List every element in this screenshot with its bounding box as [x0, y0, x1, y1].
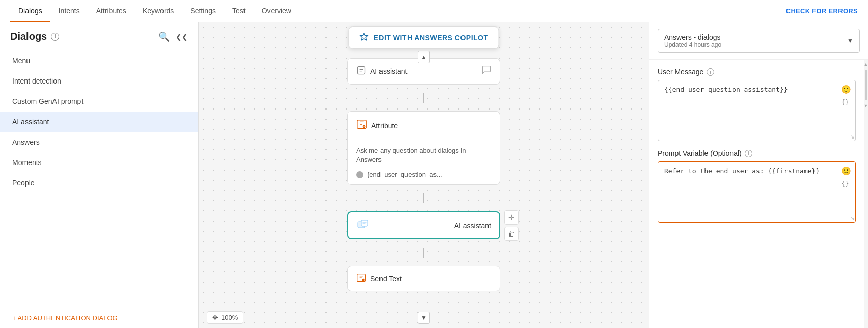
svg-marker-0 — [360, 33, 368, 40]
prompt-variable-label: Prompt Variable (Optional) — [658, 149, 742, 157]
scrollbar-thumb[interactable] — [865, 70, 867, 100]
sidebar-item-menu[interactable]: Menu — [0, 50, 198, 71]
sidebar-item-answers[interactable]: Answers — [0, 132, 198, 152]
scrollbar-down-arrow[interactable]: ▼ — [863, 102, 868, 110]
user-message-info-icon[interactable]: i — [707, 68, 714, 76]
node-send-header: Send Text — [348, 266, 500, 291]
answers-dropdown-updated: Updated 4 hours ago — [664, 41, 721, 48]
sidebar-footer: + ADD AUTHENTICATION DIALOG — [0, 308, 198, 328]
sidebar-header: Dialogs i 🔍 ❮❮ — [0, 22, 198, 46]
user-message-textarea[interactable]: {{end_user_question_assistant}} 🙂 {} ↘ — [658, 80, 856, 141]
node-chat-icon — [481, 65, 492, 77]
connector-line-1 — [423, 93, 424, 103]
right-panel-header: Answers - dialogs Updated 4 hours ago ▼ — [649, 22, 868, 60]
sidebar-item-people[interactable]: People — [0, 173, 198, 193]
user-message-section: User Message i {{end_user_question_assis… — [658, 68, 856, 141]
user-message-label: User Message — [658, 68, 703, 76]
scrollbar-up-arrow[interactable]: ▲ — [863, 61, 868, 68]
sidebar-item-moments[interactable]: Moments — [0, 152, 198, 173]
prompt-variable-icons: 🙂 {} — [841, 166, 851, 187]
send-text-label: Send Text — [370, 275, 402, 283]
top-nav: Dialogs Intents Attributes Keywords Sett… — [0, 0, 868, 22]
right-panel-scroll: User Message i {{end_user_question_assis… — [649, 60, 868, 328]
prompt-variable-value: Refer to the end user as: {{firstname}} — [664, 167, 849, 208]
node-ai-assistant-top-label: AI assistant — [370, 67, 407, 75]
sidebar: Dialogs i 🔍 ❮❮ Menu Intent detection Cus… — [0, 22, 199, 328]
node-delete-button[interactable]: 🗑 — [504, 227, 519, 241]
canvas-scroll-down-button[interactable]: ▼ — [418, 312, 430, 324]
nav-item-attributes[interactable]: Attributes — [88, 0, 134, 22]
prompt-textarea-resize-handle[interactable]: ↘ — [850, 215, 854, 221]
prompt-variable-icon[interactable]: {} — [841, 180, 851, 187]
nav-item-intents[interactable]: Intents — [50, 0, 88, 22]
node-move-button[interactable]: ✛ — [504, 210, 519, 225]
connector-line-3 — [423, 248, 424, 258]
connector-line-2 — [423, 193, 424, 203]
right-panel-scrollbar: ▲ ▼ — [864, 60, 868, 328]
main-layout: Dialogs i 🔍 ❮❮ Menu Intent detection Cus… — [0, 22, 868, 328]
node-attribute-body: Ask me any question about dialogs in Ans… — [348, 140, 500, 184]
nav-items: Dialogs Intents Attributes Keywords Sett… — [10, 0, 300, 22]
ai-selected-icon — [357, 218, 369, 232]
answers-dropdown[interactable]: Answers - dialogs Updated 4 hours ago ▼ — [658, 29, 860, 53]
nav-item-overview[interactable]: Overview — [254, 0, 300, 22]
variable-text: {end_user_question_as... — [367, 171, 442, 178]
node-attribute-header: Attribute — [348, 112, 500, 140]
nodes-container: AI assistant — [342, 58, 505, 291]
add-authentication-dialog-button[interactable]: + ADD AUTHENTICATION DIALOG — [12, 314, 186, 322]
user-message-value: {{end_user_question_assistant}} — [664, 86, 849, 126]
nav-item-keywords[interactable]: Keywords — [134, 0, 182, 22]
sidebar-title-info-icon[interactable]: i — [51, 33, 59, 41]
prompt-variable-textarea[interactable]: Refer to the end user as: {{firstname}} … — [658, 161, 856, 223]
node-attribute[interactable]: Attribute Ask me any question about dial… — [347, 111, 500, 185]
prompt-variable-section: Prompt Variable (Optional) i Refer to th… — [658, 149, 856, 223]
variable-dot — [356, 171, 363, 178]
sidebar-item-ai-assistant[interactable]: AI assistant — [0, 112, 198, 132]
variable-icon[interactable]: {} — [841, 98, 851, 106]
search-icon[interactable]: 🔍 — [158, 31, 170, 42]
node-ai-assistant-selected-wrapper: AI assistant ✛ 🗑 — [347, 211, 500, 239]
nav-item-dialogs[interactable]: Dialogs — [10, 0, 50, 22]
copilot-icon — [359, 32, 368, 43]
prompt-emoji-icon[interactable]: 🙂 — [841, 166, 851, 176]
sidebar-item-custom-genai[interactable]: Custom GenAI prompt — [0, 91, 198, 112]
user-message-label-row: User Message i — [658, 68, 856, 76]
canvas-scroll-up-button[interactable]: ▲ — [418, 51, 430, 63]
canvas-area[interactable]: ▲ EDIT WITH ANSWERS COPILOT — [199, 22, 649, 328]
zoom-level: 100% — [221, 314, 238, 321]
sidebar-item-intent-detection[interactable]: Intent detection — [0, 71, 198, 91]
check-errors-button[interactable]: CHECK FOR ERRORS — [786, 7, 858, 15]
node-ai-assistant-top-left: AI assistant — [356, 65, 407, 77]
collapse-icon[interactable]: ❮❮ — [176, 33, 188, 41]
copilot-label: EDIT WITH ANSWERS COPILOT — [373, 34, 488, 42]
zoom-control: ✥ 100% — [207, 311, 243, 324]
right-panel-content: User Message i {{end_user_question_assis… — [649, 60, 864, 328]
prompt-variable-info-icon[interactable]: i — [745, 150, 752, 157]
node-actions: ✛ 🗑 — [504, 210, 519, 241]
right-panel: Answers - dialogs Updated 4 hours ago ▼ … — [649, 22, 868, 328]
sidebar-list: Menu Intent detection Custom GenAI promp… — [0, 46, 198, 308]
svg-rect-1 — [358, 66, 365, 74]
node-ai-selected-header: AI assistant — [348, 212, 499, 238]
attribute-variable-row: {end_user_question_as... — [356, 171, 492, 178]
attribute-icon — [356, 119, 367, 132]
copilot-banner[interactable]: EDIT WITH ANSWERS COPILOT — [348, 26, 499, 49]
send-text-icon — [356, 272, 366, 285]
ai-assistant-top-icon — [356, 65, 366, 77]
attribute-description: Ask me any question about dialogs in Ans… — [356, 147, 466, 163]
attribute-node-label: Attribute — [371, 122, 398, 130]
node-send-text[interactable]: Send Text — [347, 266, 500, 291]
user-message-icons: 🙂 {} — [841, 85, 851, 106]
zoom-fit-icon[interactable]: ✥ — [212, 314, 218, 321]
sidebar-header-icons: 🔍 ❮❮ — [158, 31, 188, 42]
emoji-icon[interactable]: 🙂 — [841, 85, 851, 94]
textarea-resize-handle[interactable]: ↘ — [850, 134, 854, 140]
nav-item-test[interactable]: Test — [224, 0, 254, 22]
answers-dropdown-label: Answers - dialogs — [664, 33, 721, 41]
svg-rect-5 — [361, 220, 368, 226]
nav-item-settings[interactable]: Settings — [182, 0, 224, 22]
sidebar-title: Dialogs i — [10, 31, 59, 42]
dropdown-arrow-icon: ▼ — [847, 37, 853, 44]
node-ai-assistant-selected[interactable]: AI assistant — [347, 211, 500, 239]
ai-selected-label: AI assistant — [454, 222, 491, 230]
